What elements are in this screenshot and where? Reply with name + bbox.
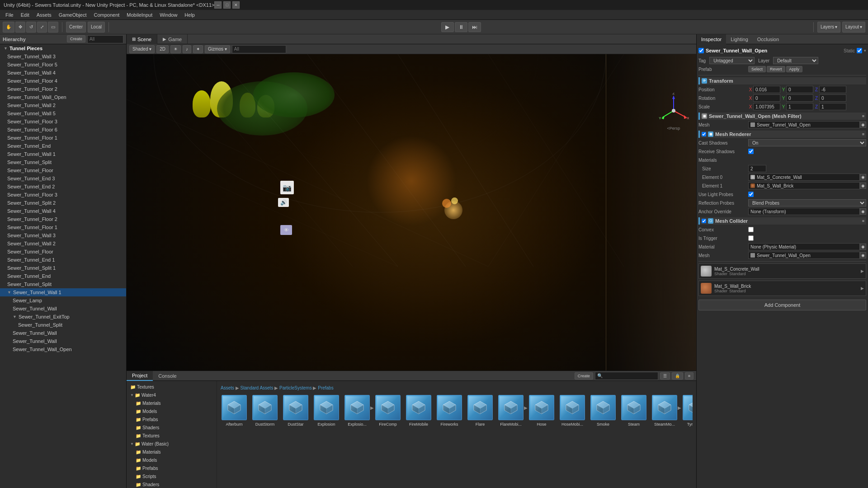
list-item[interactable]: Sewer_Tunnel_End [0, 272, 126, 280]
breadcrumb-link[interactable]: Standard Assets [241, 385, 274, 390]
create-button[interactable]: Create [575, 372, 593, 380]
menu-assets[interactable]: Assets [33, 11, 55, 19]
menu-mobileinput[interactable]: MobileInput [123, 11, 156, 19]
mesh-renderer-menu[interactable]: ≡ [862, 132, 864, 136]
list-item[interactable]: Sewer_Tunnel_End [0, 142, 126, 150]
list-item[interactable]: Sewer_Tunnel_Floor 3 [0, 117, 126, 126]
mesh-filter-menu[interactable]: ≡ [862, 114, 864, 118]
project-collapse-button[interactable]: ≡ [685, 372, 693, 380]
collider-mesh-pick[interactable]: ◉ [860, 252, 866, 258]
use-light-probes-checkbox[interactable] [748, 192, 754, 197]
mesh-collider-menu[interactable]: ≡ [862, 219, 864, 223]
mesh-collider-enabled[interactable] [702, 219, 706, 223]
materials-size-input[interactable] [748, 165, 766, 172]
move-tool-button[interactable]: ✥ [15, 22, 25, 33]
add-component-button[interactable]: Add Component [698, 300, 866, 310]
maximize-button[interactable]: □ [223, 1, 231, 9]
position-x-input[interactable] [753, 86, 780, 93]
asset-item[interactable]: Hose [528, 395, 555, 427]
play-button[interactable]: ▶ [441, 22, 454, 32]
asset-item[interactable]: Flare [467, 395, 494, 427]
pause-button[interactable]: ⏸ [455, 22, 467, 32]
static-checkbox[interactable] [857, 48, 862, 53]
hand-tool-button[interactable]: ✋ [3, 22, 14, 33]
menu-window[interactable]: Window [156, 11, 181, 19]
asset-item[interactable]: TyreBurn [682, 395, 693, 427]
scale-y-input[interactable] [786, 103, 813, 110]
tree-item[interactable]: 📁Shaders [127, 423, 217, 432]
mat-concrete-expand[interactable]: ▶ [861, 269, 864, 273]
list-item[interactable]: ▼Tunnel Pieces [0, 44, 126, 52]
step-button[interactable]: ⏭ [468, 22, 481, 32]
list-item[interactable]: Sewer_Tunnel_End 1 [0, 256, 126, 264]
project-search-input[interactable] [595, 372, 658, 380]
project-lock-button[interactable]: 🔒 [672, 372, 683, 380]
2d-toggle[interactable]: 2D [156, 45, 169, 53]
tab-project[interactable]: Project [127, 371, 153, 381]
list-item[interactable]: Sewer_Tunnel_Split 2 [0, 199, 126, 207]
list-item[interactable]: Sewer_Tunnel_Floor 5 [0, 61, 126, 69]
list-item[interactable]: Sewer_Tunnel_Floor 2 [0, 85, 126, 93]
list-item[interactable]: Sewer_Tunnel_Split [0, 321, 126, 329]
close-button[interactable]: ✕ [232, 1, 240, 9]
fx-toggle[interactable]: ✦ [193, 45, 203, 53]
asset-item[interactable]: ▶SteamMo... [651, 395, 678, 427]
breadcrumb-link[interactable]: ParticleSystems [279, 385, 312, 390]
rotation-y-input[interactable] [786, 94, 813, 102]
list-item[interactable]: Sewer_Tunnel_Wall_Open [0, 93, 126, 101]
list-item[interactable]: Sewer_Tunnel_Wall_Open [0, 345, 126, 353]
tree-item[interactable]: 📁Textures [127, 383, 217, 391]
asset-item[interactable]: Smoke [590, 395, 617, 427]
tab-console[interactable]: Console [153, 371, 182, 381]
tree-item[interactable]: ▼📁Water4 [127, 391, 217, 399]
shaded-dropdown[interactable]: Shaded ▾ [129, 45, 155, 53]
list-item[interactable]: Sewer_Tunnel_Split 1 [0, 264, 126, 272]
list-item[interactable]: Sewer_Tunnel_Floor 1 [0, 223, 126, 231]
tree-item[interactable]: 📁Shaders [127, 480, 217, 488]
tab-inspector[interactable]: Inspector [697, 34, 726, 44]
list-item[interactable]: ▼Sewer_Tunnel_Wall 1 [0, 288, 126, 296]
asset-item[interactable]: FireMobile [405, 395, 432, 427]
layer-dropdown[interactable]: Default [773, 57, 818, 64]
scale-x-input[interactable] [753, 103, 780, 110]
list-item[interactable]: Sewer_Tunnel_Floor 2 [0, 215, 126, 223]
collider-mat-pick[interactable]: ◉ [860, 244, 866, 250]
rotation-z-input[interactable] [819, 94, 846, 102]
tree-item[interactable]: 📁Materials [127, 399, 217, 407]
menu-file[interactable]: File [2, 11, 17, 19]
list-item[interactable]: Sewer_Tunnel_End 3 [0, 174, 126, 183]
scale-tool-button[interactable]: ⤢ [37, 22, 47, 33]
asset-item[interactable]: HoseMobi... [559, 395, 586, 427]
reflection-probes-dropdown[interactable]: Blend Probes Off Simple [748, 199, 866, 206]
minimize-button[interactable]: ─ [214, 1, 222, 9]
tree-item[interactable]: 📁Models [127, 407, 217, 415]
layout-button[interactable]: Layout ▾ [842, 22, 865, 33]
tag-dropdown[interactable]: Untagged [709, 57, 755, 64]
breadcrumb-link[interactable]: Prefabs [318, 385, 333, 390]
rotation-x-input[interactable] [753, 94, 780, 102]
list-item[interactable]: Sewer_Tunnel_Floor 4 [0, 77, 126, 85]
asset-item[interactable]: Fireworks [436, 395, 463, 427]
prefab-revert-button[interactable]: Revert [767, 66, 785, 72]
prefab-apply-button[interactable]: Apply [786, 66, 803, 72]
list-item[interactable]: Sewer_Tunnel_End 2 [0, 183, 126, 191]
tree-item[interactable]: 📁Scripts [127, 472, 217, 480]
receive-shadows-checkbox[interactable] [748, 149, 754, 154]
asset-item[interactable]: Explosion [313, 395, 340, 427]
anchor-pick[interactable]: ◉ [860, 208, 866, 215]
tree-item[interactable]: ▼📁Water (Basic) [127, 440, 217, 448]
tree-item[interactable]: 📁Materials [127, 448, 217, 456]
hierarchy-search-input[interactable] [87, 35, 123, 43]
project-filter-button[interactable]: ☰ [660, 372, 670, 380]
asset-item[interactable]: Steam [620, 395, 647, 427]
scale-z-input[interactable] [819, 103, 846, 110]
audio-toggle[interactable]: ♪ [183, 45, 191, 53]
hierarchy-create-button[interactable]: Create [67, 35, 85, 42]
asset-item[interactable]: FireComp [374, 395, 401, 427]
asset-item[interactable]: ▶FlareMobi... [497, 395, 524, 427]
list-item[interactable]: Sewer_Tunnel_Wall 3 [0, 52, 126, 61]
list-item[interactable]: Sewer_Tunnel_Wall 2 [0, 101, 126, 109]
cast-shadows-dropdown[interactable]: On Off Two Sided Shadows Only [748, 139, 866, 146]
lighting-toggle[interactable]: ☀ [170, 45, 181, 53]
tree-item[interactable]: 📁Textures [127, 432, 217, 440]
